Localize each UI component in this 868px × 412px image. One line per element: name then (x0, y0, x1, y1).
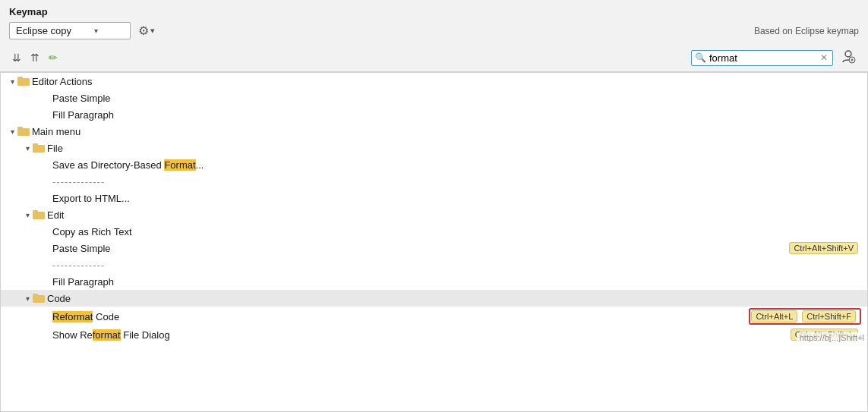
scheme-dropdown[interactable]: Eclipse copy ▾ (9, 22, 131, 39)
copy-rich-text-label: Copy as Rich Text (52, 226, 867, 237)
folder-icon-code (33, 293, 45, 303)
main-menu-label: Main menu (32, 126, 867, 137)
reformat-code-shortcut-1: Ctrl+Alt+L (751, 310, 797, 322)
chevron-icon: ▾ (94, 27, 98, 35)
svg-rect-11 (33, 294, 38, 297)
collapse-arrow-code[interactable]: ▾ (22, 293, 33, 303)
edit-label: Edit (47, 209, 867, 221)
folder-icon-main-menu (17, 126, 30, 137)
scheme-left: Eclipse copy ▾ ⚙ ▾ (9, 22, 158, 39)
code-label: Code (47, 293, 867, 304)
collapse-arrow-file[interactable]: ▾ (22, 143, 33, 153)
svg-rect-3 (17, 77, 23, 80)
expand-all-icon: ⇊ (12, 52, 21, 64)
item-show-reformat-dialog[interactable]: Show Reformat File Dialog Ctrl+Alt+Shift… (1, 326, 867, 343)
item-paste-simple[interactable]: Paste Simple (1, 90, 867, 106)
paste-simple-label: Paste Simple (52, 93, 867, 104)
item-export-html[interactable]: Export to HTML... (1, 190, 867, 206)
file-label: File (47, 143, 867, 154)
collapse-arrow-main-menu[interactable]: ▾ (7, 126, 17, 137)
gear-button[interactable]: ⚙ ▾ (135, 22, 158, 39)
gear-icon: ⚙ (138, 24, 149, 38)
svg-rect-5 (17, 127, 23, 130)
reformat-code-shortcut-2: Ctrl+Shift+F (802, 310, 856, 322)
separator1-label: ------------- (52, 176, 867, 187)
item-separator1: ------------- (1, 173, 867, 190)
section-code[interactable]: ▾ Code (1, 290, 867, 307)
search-scope-button[interactable] (838, 47, 859, 68)
export-html-label: Export to HTML... (52, 193, 867, 204)
search-box: 🔍 ✕ (691, 50, 833, 66)
toolbar-left: ⇊ ⇈ ✏ (9, 50, 61, 65)
collapse-all-icon: ⇈ (30, 52, 39, 64)
url-hint: https://b[...]Shift+l (797, 332, 867, 343)
scheme-row: Eclipse copy ▾ ⚙ ▾ Based on Eclipse keym… (9, 22, 859, 39)
show-reformat-dialog-label: Show Reformat File Dialog (52, 329, 791, 341)
search-area: 🔍 ✕ (691, 47, 859, 68)
search-clear-button[interactable]: ✕ (819, 52, 829, 63)
reformat-code-shortcuts-outlined: Ctrl+Alt+L Ctrl+Shift+F (749, 308, 861, 325)
keymap-panel: Keymap Eclipse copy ▾ ⚙ ▾ Based on Eclip… (0, 0, 868, 412)
svg-rect-9 (33, 210, 38, 213)
folder-icon-edit (33, 209, 45, 220)
keymap-title: Keymap (9, 6, 859, 17)
paste-simple-edit-label: Paste Simple (52, 243, 789, 254)
reformat-code-shortcut-container: Ctrl+Alt+L Ctrl+Shift+F (749, 308, 861, 325)
folder-icon-editor (17, 76, 30, 86)
folder-icon-file (33, 143, 45, 153)
editor-actions-label: Editor Actions (32, 76, 867, 87)
scope-icon (841, 53, 856, 66)
collapse-all-button[interactable]: ⇈ (27, 50, 43, 65)
item-paste-simple-edit[interactable]: Paste Simple Ctrl+Alt+Shift+V (1, 240, 867, 256)
section-edit[interactable]: ▾ Edit (1, 206, 867, 223)
item-copy-rich-text[interactable]: Copy as Rich Text (1, 223, 867, 240)
item-separator2: ------------- (1, 256, 867, 273)
paste-simple-shortcut-container: Ctrl+Alt+Shift+V (789, 242, 861, 254)
fill-paragraph-label: Fill Paragraph (52, 109, 867, 121)
tree-container[interactable]: ▾ Editor Actions Paste Simple Fill Parag… (0, 72, 868, 412)
collapse-arrow-editor[interactable]: ▾ (7, 76, 17, 86)
save-as-directory-label: Save as Directory-Based Format... (52, 159, 867, 171)
item-fill-paragraph-edit[interactable]: Fill Paragraph (1, 273, 867, 290)
section-main-menu[interactable]: ▾ Main menu (1, 123, 867, 140)
gear-dropdown-arrow: ▾ (150, 26, 155, 36)
collapse-arrow-edit[interactable]: ▾ (22, 209, 33, 220)
item-save-as-directory[interactable]: Save as Directory-Based Format... (1, 156, 867, 173)
toolbar-row: ⇊ ⇈ ✏ 🔍 ✕ (0, 44, 868, 72)
expand-all-button[interactable]: ⇊ (9, 50, 24, 65)
svg-rect-7 (33, 143, 38, 146)
edit-icon: ✏ (49, 52, 58, 64)
reformat-code-label: Reformat Code (52, 311, 749, 322)
fill-paragraph-edit-label: Fill Paragraph (52, 276, 867, 288)
svg-point-0 (845, 51, 851, 57)
scheme-label: Eclipse copy (16, 25, 71, 36)
item-reformat-code[interactable]: Reformat Code Ctrl+Alt+L Ctrl+Shift+F (1, 307, 867, 326)
based-on-label: Based on Eclipse keymap (754, 26, 859, 36)
section-file[interactable]: ▾ File (1, 140, 867, 156)
separator2-label: ------------- (52, 259, 867, 271)
keymap-header: Keymap Eclipse copy ▾ ⚙ ▾ Based on Eclip… (0, 0, 868, 44)
search-icon: 🔍 (695, 52, 706, 63)
section-editor-actions[interactable]: ▾ Editor Actions (1, 73, 867, 90)
item-fill-paragraph[interactable]: Fill Paragraph (1, 106, 867, 123)
search-input[interactable] (709, 52, 816, 64)
paste-simple-shortcut: Ctrl+Alt+Shift+V (789, 242, 858, 254)
edit-shortcut-button[interactable]: ✏ (46, 50, 61, 65)
